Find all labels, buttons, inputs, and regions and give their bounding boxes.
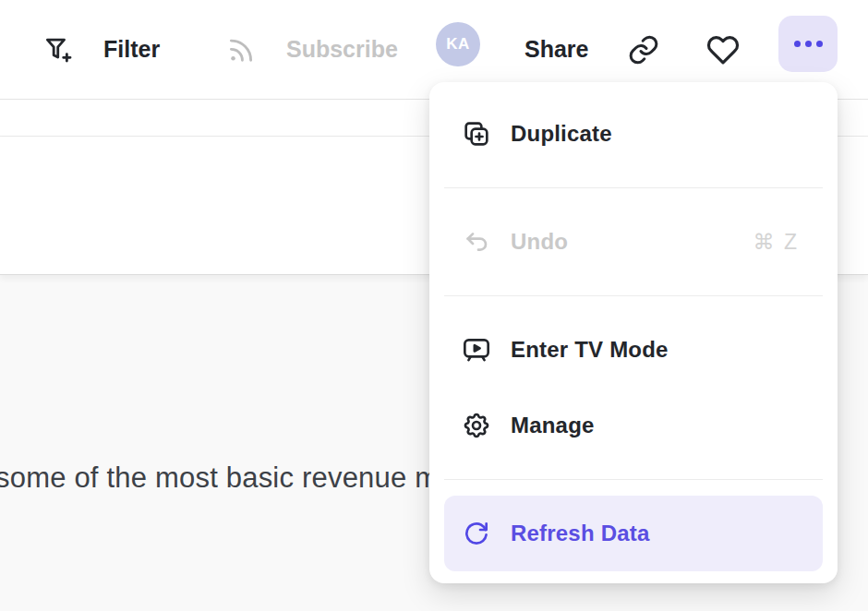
dashboard-text-fragment: some of the most basic revenue m <box>0 461 439 495</box>
menu-divider <box>444 295 823 296</box>
menu-item-duplicate[interactable]: Duplicate <box>444 96 823 172</box>
subscribe-label: Subscribe <box>286 36 398 63</box>
menu-divider <box>444 479 823 480</box>
filter-button[interactable]: Filter <box>42 0 160 99</box>
more-options-menu: Duplicate Undo ⌘ Z Enter TV M <box>429 82 838 583</box>
duplicate-icon <box>461 118 492 150</box>
avatar-initials: KA <box>446 35 470 54</box>
menu-item-label: Undo <box>511 229 568 255</box>
menu-item-manage[interactable]: Manage <box>444 388 823 463</box>
menu-item-undo[interactable]: Undo ⌘ Z <box>444 204 823 280</box>
filter-plus-icon <box>42 34 74 66</box>
heart-icon <box>705 32 741 67</box>
app-window: some of the most basic revenue m Filter … <box>0 0 868 611</box>
subscribe-button[interactable]: Subscribe <box>225 0 398 99</box>
tv-mode-icon <box>461 334 492 365</box>
avatar[interactable]: KA <box>436 22 480 66</box>
ellipsis-icon <box>794 41 801 47</box>
menu-item-refresh-data[interactable]: Refresh Data <box>444 496 823 571</box>
menu-item-enter-tv-mode[interactable]: Enter TV Mode <box>444 312 823 388</box>
menu-item-label: Enter TV Mode <box>511 337 669 363</box>
gear-icon <box>461 410 492 441</box>
shortcut-badge: ⌘ Z <box>753 230 799 255</box>
link-icon <box>627 33 660 66</box>
menu-item-label: Refresh Data <box>511 521 649 546</box>
menu-item-label: Duplicate <box>511 121 612 147</box>
menu-divider <box>444 187 823 188</box>
rss-icon <box>225 34 257 66</box>
more-options-button[interactable] <box>778 16 838 72</box>
share-label: Share <box>524 36 588 63</box>
undo-icon <box>461 226 492 258</box>
filter-label: Filter <box>103 36 160 63</box>
menu-item-label: Manage <box>511 413 595 438</box>
refresh-icon <box>461 518 492 549</box>
